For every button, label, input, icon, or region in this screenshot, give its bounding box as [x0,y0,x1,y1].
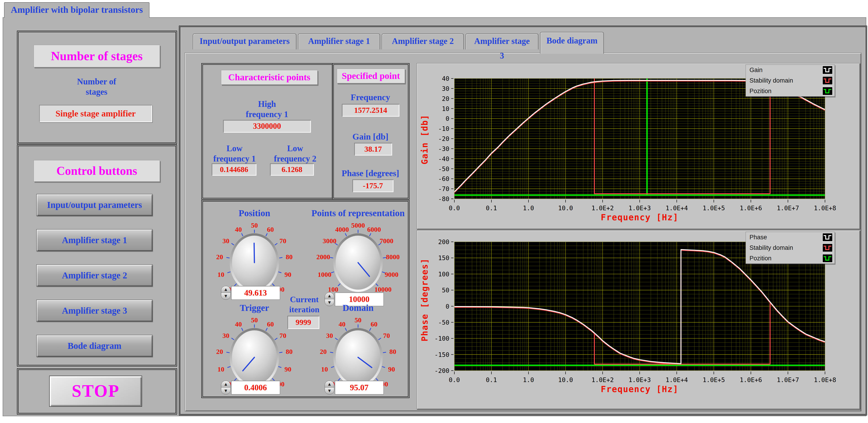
specified-phase-label: Phase [degrees] [332,168,409,178]
stages-selector[interactable]: Single stage amplifier [39,105,152,122]
knob-position-spinner[interactable]: ▲▼ [221,286,230,300]
legend-label: Pozition [749,255,771,262]
legend-item-stability-domain[interactable]: Stability domain [746,242,835,253]
plot-legend: GainStability domainPozition [746,64,835,96]
svg-text:7000: 7000 [380,237,394,245]
spin-up-icon[interactable]: ▲ [221,381,230,388]
knob-trigger-spinner[interactable]: ▲▼ [221,381,230,394]
control-button-amplifier-stage-2[interactable]: Amplifier stage 2 [36,265,153,286]
svg-text:-10: -10 [438,125,449,132]
svg-text:200: 200 [438,238,449,245]
legend-wave-icon [822,66,833,74]
svg-text:60: 60 [267,320,274,328]
control-button-input-output-parameters[interactable]: Input/output parameters [36,194,153,216]
svg-text:10: 10 [321,365,328,373]
svg-text:40: 40 [235,320,242,328]
gain-bode-graph: 0.00.11.010.01.0E+21.0E+31.0E+41.0E+51.0… [416,63,860,229]
svg-text:1.0E+2: 1.0E+2 [591,205,614,212]
svg-text:100: 100 [438,271,449,278]
svg-text:4000: 4000 [335,225,349,233]
knob-domain-value[interactable]: 95.07 [335,381,384,394]
svg-text:70: 70 [280,332,286,339]
svg-text:10000: 10000 [374,285,392,293]
svg-text:1.0E+3: 1.0E+3 [628,376,651,384]
legend-item-pozition[interactable]: Pozition [746,253,835,264]
tab-input-output-parameters[interactable]: Input/output parameters [193,34,296,50]
spin-down-icon[interactable]: ▼ [221,388,230,394]
legend-wave-icon [822,233,833,242]
legend-item-phase[interactable]: Phase [746,232,835,242]
svg-text:80: 80 [390,348,396,355]
low-frequency-2-label: Low frequency 2 [261,143,330,164]
svg-text:-50: -50 [438,165,449,173]
tab-amplifier-stage-1[interactable]: Amplifier stage 1 [298,34,380,50]
window-tab[interactable]: Amplifier with bipolar transistors [4,2,149,18]
svg-text:0: 0 [446,115,449,122]
svg-text:40: 40 [235,225,242,233]
svg-text:60: 60 [371,320,377,328]
svg-text:70: 70 [383,332,390,339]
legend-wave-icon [822,87,833,95]
svg-text:40: 40 [339,320,345,328]
legend-item-pozition[interactable]: Pozition [746,86,835,96]
svg-text:50: 50 [354,316,362,324]
svg-text:-200: -200 [434,367,449,374]
svg-text:10: 10 [218,365,224,373]
svg-text:20: 20 [216,348,223,355]
spin-up-icon[interactable]: ▲ [325,381,334,388]
svg-text:50: 50 [251,316,258,324]
low-frequency-1-label: Low frequency 1 [201,143,268,164]
svg-text:6000: 6000 [367,225,381,233]
legend-item-gain[interactable]: Gain [746,65,835,75]
specified-phase-value: -175.7 [352,179,394,192]
svg-text:10: 10 [218,271,224,278]
control-button-amplifier-stage-1[interactable]: Amplifier stage 1 [36,229,153,251]
svg-text:90: 90 [388,365,395,373]
specified-gain-label: Gain [db] [332,131,409,142]
control-button-amplifier-stage-3[interactable]: Amplifier stage 3 [36,300,153,322]
svg-text:0.1: 0.1 [486,205,497,212]
spin-down-icon[interactable]: ▼ [221,293,230,299]
svg-text:50: 50 [442,286,449,294]
legend-item-stability-domain[interactable]: Stability domain [746,75,835,86]
svg-text:8000: 8000 [386,253,400,261]
spin-down-icon[interactable]: ▼ [325,388,334,394]
svg-text:80: 80 [286,253,292,261]
tab-amplifier-stage-2[interactable]: Amplifier stage 2 [382,34,464,50]
window-tab-label: Amplifier with bipolar transistors [11,5,143,15]
svg-text:30: 30 [326,332,333,339]
tab-amplifier-stage-3[interactable]: Amplifier stage 3 [466,34,538,50]
svg-text:1.0E+2: 1.0E+2 [591,376,614,384]
x-axis-title: Frequency [Hz] [454,213,825,222]
knob-domain-spinner[interactable]: ▲▼ [324,381,334,394]
legend-wave-icon [822,76,833,85]
svg-text:5000: 5000 [351,221,365,229]
control-button-bode-diagram[interactable]: Bode diagram [36,335,153,357]
svg-text:10.0: 10.0 [558,205,573,212]
svg-text:-80: -80 [438,195,449,203]
legend-label: Gain [749,67,763,73]
svg-text:1.0E+4: 1.0E+4 [665,376,688,384]
legend-wave-icon [822,243,833,252]
svg-text:0: 0 [446,303,449,310]
knob-position-value[interactable]: 49.613 [231,286,280,300]
svg-text:-50: -50 [438,319,449,326]
stop-button[interactable]: STOP [49,375,142,407]
svg-text:20: 20 [320,348,327,355]
svg-text:9000: 9000 [384,271,398,278]
current-iteration-label: Current iteration [284,295,325,315]
spin-up-icon[interactable]: ▲ [221,286,230,293]
svg-text:70: 70 [280,237,286,245]
specified-gain-value: 38.17 [354,143,392,156]
high-frequency-1-label: High frequency 1 [206,99,328,119]
svg-text:1.0E+4: 1.0E+4 [665,205,688,212]
number-of-stages-caption: Number of stages [17,77,176,97]
svg-text:2000: 2000 [316,253,330,261]
svg-text:30: 30 [442,85,449,92]
knob-points-of-representation-dial[interactable]: 1001000200030004000500060007000800090001… [310,219,406,304]
knob-trigger-value[interactable]: 0.4006 [231,381,280,394]
spin-up-icon[interactable]: ▲ [325,293,334,299]
svg-text:20: 20 [442,95,449,102]
tab-bode-diagram[interactable]: Bode diagram [540,32,604,54]
phase-bode-graph: 0.00.11.010.01.0E+21.0E+31.0E+41.0E+51.0… [416,230,860,409]
